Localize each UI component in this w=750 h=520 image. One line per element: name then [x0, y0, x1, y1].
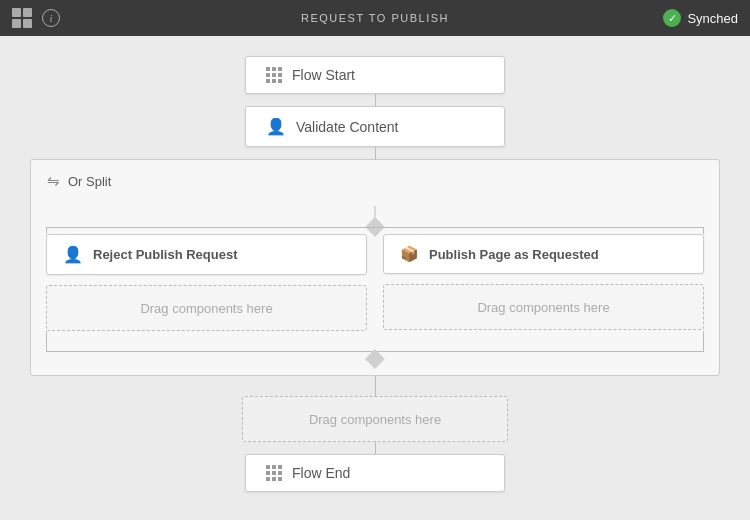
diagram-wrapper: Flow Start 👤 Validate Content ⇋ Or Split [0, 56, 750, 492]
header-title: REQUEST TO PUBLISH [301, 12, 449, 24]
connector-1 [375, 94, 376, 106]
flow-end-node[interactable]: Flow End [245, 454, 505, 492]
validate-content-node[interactable]: 👤 Validate Content [245, 106, 505, 147]
publish-page-node[interactable]: 📦 Publish Page as Requested [383, 234, 704, 274]
flow-end-icon [266, 465, 282, 481]
or-split-text: Or Split [68, 174, 111, 189]
connector-3 [375, 376, 376, 396]
flow-canvas: Flow Start 👤 Validate Content ⇋ Or Split [0, 36, 750, 520]
flow-start-label: Flow Start [292, 67, 355, 83]
or-split-container: ⇋ Or Split [30, 159, 720, 376]
grid-icon[interactable] [12, 8, 32, 28]
connector-4 [375, 442, 376, 454]
synched-label: Synched [687, 11, 738, 26]
header-right: ✓ Synched [663, 9, 738, 27]
right-branch: 📦 Publish Page as Requested Drag compone… [383, 234, 704, 330]
drag-bottom-label: Drag components here [309, 412, 441, 427]
flow-end-label: Flow End [292, 465, 350, 481]
publish-page-label: Publish Page as Requested [429, 247, 599, 262]
connector-2 [375, 147, 376, 159]
left-branch: 👤 Reject Publish Request Drag components… [46, 234, 367, 331]
drag-left-label: Drag components here [140, 301, 272, 316]
reject-publish-node[interactable]: 👤 Reject Publish Request [46, 234, 367, 275]
drag-right-label: Drag components here [477, 300, 609, 315]
flow-start-icon [266, 67, 282, 83]
flow-start-node[interactable]: Flow Start [245, 56, 505, 94]
person-icon-2: 👤 [63, 245, 83, 264]
info-icon[interactable]: i [42, 9, 60, 27]
box-icon: 📦 [400, 245, 419, 263]
drag-zone-bottom[interactable]: Drag components here [242, 396, 508, 442]
validate-content-label: Validate Content [296, 119, 398, 135]
reject-publish-label: Reject Publish Request [93, 247, 237, 262]
drag-zone-left[interactable]: Drag components here [46, 285, 367, 331]
or-split-label: ⇋ Or Split [47, 172, 703, 190]
header-left: i [12, 8, 60, 28]
drag-zone-right[interactable]: Drag components here [383, 284, 704, 330]
person-icon-1: 👤 [266, 117, 286, 136]
synched-check-icon: ✓ [663, 9, 681, 27]
header: i REQUEST TO PUBLISH ✓ Synched [0, 0, 750, 36]
split-icon: ⇋ [47, 172, 60, 190]
